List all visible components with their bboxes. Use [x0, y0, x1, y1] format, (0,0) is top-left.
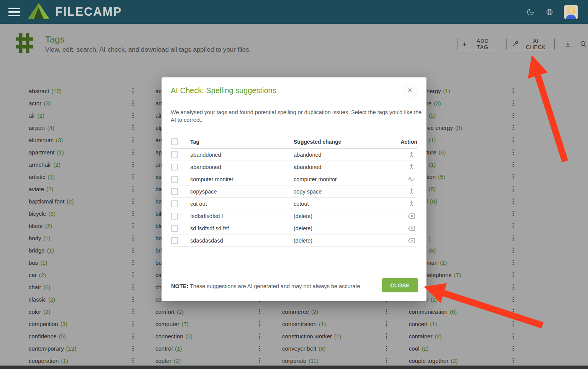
row-checkbox[interactable] — [171, 164, 178, 171]
suggestion-tag: computer moniter — [190, 176, 234, 182]
suggestion-table-body: abanddonedabandonedabandoonedabandonedco… — [171, 149, 417, 247]
suggestion-tag: fsdfsdfsdfsd f — [190, 213, 223, 219]
close-icon[interactable]: × — [402, 82, 418, 98]
backspace-icon — [407, 224, 416, 233]
modal-title: AI Check: Spelling suggestions — [171, 86, 276, 95]
suggestion-change: cutout — [294, 201, 309, 207]
suggestion-tag: abandooned — [190, 164, 221, 170]
modal-note: NOTE: These suggestions are AI generated… — [171, 283, 362, 289]
menu-icon[interactable] — [8, 8, 20, 16]
moon-icon[interactable] — [526, 7, 535, 16]
note-text: These suggestions are AI generated and m… — [188, 283, 362, 289]
suggestion-change: abandoned — [294, 152, 322, 158]
user-avatar[interactable] — [564, 5, 578, 19]
suggestion-tag: sdasdasdasd — [190, 238, 223, 244]
divider — [162, 268, 426, 268]
suggestion-row: sdasdasdasd(delete) — [171, 235, 417, 247]
spellcheck-icon: A — [407, 175, 416, 184]
merge-icon — [407, 187, 416, 196]
select-all-checkbox[interactable] — [171, 138, 178, 145]
brand-text: FILECAMP — [55, 5, 122, 19]
app-header: FILECAMP — [0, 0, 588, 24]
row-checkbox[interactable] — [171, 176, 178, 183]
suggestion-change: (delete) — [294, 238, 312, 244]
suggestion-row: cut outcutout — [171, 198, 417, 210]
suggestion-change: abandoned — [294, 164, 322, 170]
suggestion-change: (delete) — [294, 213, 312, 219]
row-checkbox[interactable] — [171, 200, 178, 207]
suggestion-row: fsdfsdfsdfsd f(delete) — [171, 210, 417, 222]
ai-check-modal: AI Check: Spelling suggestions × We anal… — [162, 77, 426, 301]
col-header-tag: Tag — [190, 139, 199, 145]
row-checkbox[interactable] — [171, 188, 178, 195]
suggestion-tag: copyspace — [190, 189, 217, 195]
suggestion-change: computer monitor — [294, 176, 337, 182]
row-checkbox[interactable] — [171, 213, 178, 220]
globe-icon[interactable] — [545, 7, 554, 16]
col-header-suggested-change: Suggested change — [294, 139, 341, 145]
backspace-icon — [407, 236, 416, 245]
suggestion-row: abanddonedabandoned — [171, 149, 417, 161]
col-header-action: Action — [400, 139, 417, 145]
merge-icon — [407, 200, 416, 208]
suggestion-row: abandoonedabandoned — [171, 161, 417, 173]
suggestion-change: (delete) — [294, 225, 312, 231]
divider — [162, 103, 426, 103]
suggestion-tag: cut out — [190, 201, 207, 207]
row-checkbox[interactable] — [171, 237, 178, 244]
modal-intro-text: We analysed your tags and found potentia… — [171, 108, 424, 124]
suggestion-table-header: Tag Suggested change Action — [171, 135, 417, 149]
row-checkbox[interactable] — [171, 151, 178, 158]
suggestion-row: copyspacecopy space — [171, 185, 417, 198]
suggestion-row: sd fsdfsdf sd fsf(delete) — [171, 222, 417, 235]
svg-text:A: A — [408, 176, 412, 181]
suggestion-row: computer monitercomputer monitorA — [171, 173, 417, 185]
merge-icon — [407, 163, 416, 171]
note-label: NOTE: — [171, 283, 188, 289]
suggestion-tag: sd fsdfsdf sd fsf — [190, 225, 229, 231]
merge-icon — [407, 151, 416, 159]
backspace-icon — [407, 212, 416, 220]
tent-logo-icon — [28, 3, 50, 21]
close-button[interactable]: CLOSE — [382, 278, 418, 292]
row-checkbox[interactable] — [171, 225, 178, 232]
filecamp-logo[interactable]: FILECAMP — [28, 3, 122, 21]
suggestion-change: copy space — [294, 189, 322, 195]
suggestion-tag: abanddoned — [190, 152, 221, 158]
